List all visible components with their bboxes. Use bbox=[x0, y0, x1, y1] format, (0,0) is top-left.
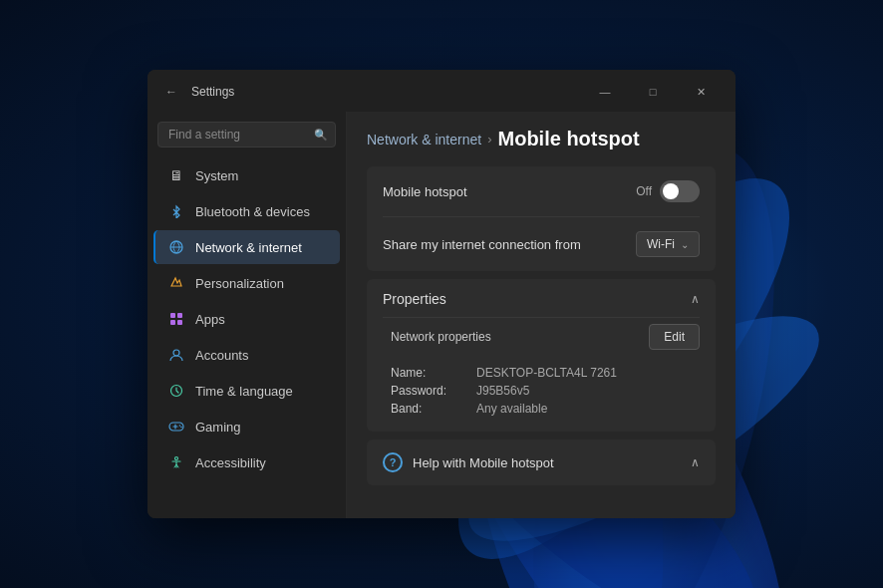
sidebar-item-gaming[interactable]: Gaming bbox=[153, 410, 340, 443]
sidebar-item-label: Gaming bbox=[195, 420, 241, 435]
help-left: ? Help with Mobile hotspot bbox=[383, 452, 554, 472]
table-row: Name: DESKTOP-BCLTA4L 7261 bbox=[391, 364, 692, 382]
window-body: 🔍 🖥 System Bluetooth & devices bbox=[147, 112, 736, 518]
window-controls: — □ ✕ bbox=[582, 78, 724, 106]
sidebar-item-personalization[interactable]: Personalization bbox=[153, 266, 340, 300]
hotspot-card: Mobile hotspot Off Share my internet con… bbox=[367, 166, 716, 271]
search-input[interactable] bbox=[157, 122, 336, 147]
svg-rect-8 bbox=[177, 313, 182, 318]
svg-rect-7 bbox=[170, 313, 175, 318]
sidebar-item-label: Accounts bbox=[195, 348, 248, 363]
sidebar-item-network[interactable]: Network & internet bbox=[153, 230, 340, 264]
system-icon: 🖥 bbox=[167, 166, 185, 184]
properties-card: Properties ∧ Network properties Edit Nam… bbox=[367, 279, 716, 432]
close-button[interactable]: ✕ bbox=[678, 78, 724, 106]
sidebar-item-label: Time & language bbox=[195, 384, 293, 399]
svg-point-11 bbox=[173, 350, 179, 356]
network-props-row: Network properties Edit bbox=[367, 318, 716, 360]
breadcrumb-separator: › bbox=[487, 132, 491, 147]
title-bar-left: ← Settings bbox=[159, 80, 234, 104]
svg-point-16 bbox=[175, 457, 178, 460]
sidebar-item-label: System bbox=[195, 168, 238, 183]
hotspot-toggle-container: Off bbox=[636, 180, 700, 202]
help-chevron[interactable]: ∧ bbox=[691, 455, 700, 469]
help-row: ? Help with Mobile hotspot ∧ bbox=[367, 440, 716, 485]
breadcrumb: Network & internet › Mobile hotspot bbox=[367, 128, 716, 150]
time-icon bbox=[167, 382, 185, 400]
back-button[interactable]: ← bbox=[159, 80, 183, 104]
properties-header: Properties ∧ bbox=[367, 279, 716, 317]
table-row: Band: Any available bbox=[391, 400, 692, 418]
network-icon bbox=[167, 238, 185, 256]
search-icon: 🔍 bbox=[314, 129, 328, 142]
sidebar: 🔍 🖥 System Bluetooth & devices bbox=[147, 112, 347, 518]
sidebar-item-label: Personalization bbox=[195, 276, 284, 291]
sidebar-item-label: Accessibility bbox=[195, 455, 266, 470]
title-bar: ← Settings — □ ✕ bbox=[147, 70, 736, 112]
hotspot-toggle-label: Off bbox=[636, 184, 652, 198]
prop-val-band: Any available bbox=[476, 402, 547, 416]
prop-key-name: Name: bbox=[391, 366, 460, 380]
sidebar-item-label: Network & internet bbox=[195, 240, 302, 255]
dropdown-value: Wi-Fi bbox=[647, 237, 675, 251]
hotspot-row: Mobile hotspot Off bbox=[367, 166, 716, 216]
share-row: Share my internet connection from Wi-Fi … bbox=[367, 217, 716, 271]
prop-val-password: J95B56v5 bbox=[476, 384, 529, 398]
help-label: Help with Mobile hotspot bbox=[413, 455, 554, 470]
sidebar-item-label: Apps bbox=[195, 312, 225, 327]
sidebar-item-bluetooth[interactable]: Bluetooth & devices bbox=[153, 194, 340, 228]
help-icon: ? bbox=[383, 452, 403, 472]
svg-point-14 bbox=[179, 425, 181, 427]
prop-table: Name: DESKTOP-BCLTA4L 7261 Password: J95… bbox=[367, 360, 716, 432]
sidebar-item-accessibility[interactable]: Accessibility bbox=[153, 445, 340, 479]
svg-rect-9 bbox=[170, 320, 175, 325]
svg-point-15 bbox=[180, 427, 182, 429]
prop-key-band: Band: bbox=[391, 402, 460, 416]
share-label: Share my internet connection from bbox=[383, 237, 581, 252]
window-title: Settings bbox=[191, 85, 234, 99]
toggle-slider bbox=[660, 180, 700, 202]
bluetooth-icon bbox=[167, 202, 185, 220]
network-props-label: Network properties bbox=[391, 330, 491, 344]
accessibility-icon bbox=[167, 453, 185, 471]
table-row: Password: J95B56v5 bbox=[391, 382, 692, 400]
gaming-icon bbox=[167, 418, 185, 436]
personalization-icon bbox=[167, 274, 185, 292]
prop-val-name: DESKTOP-BCLTA4L 7261 bbox=[476, 366, 617, 380]
hotspot-label: Mobile hotspot bbox=[383, 184, 467, 199]
search-box: 🔍 bbox=[157, 122, 336, 147]
breadcrumb-parent[interactable]: Network & internet bbox=[367, 132, 481, 147]
sidebar-item-time[interactable]: Time & language bbox=[153, 374, 340, 408]
main-content: Network & internet › Mobile hotspot Mobi… bbox=[347, 112, 736, 518]
chevron-down-icon: ⌄ bbox=[681, 239, 689, 250]
accounts-icon bbox=[167, 346, 185, 364]
sidebar-item-apps[interactable]: Apps bbox=[153, 302, 340, 336]
sidebar-item-accounts[interactable]: Accounts bbox=[153, 338, 340, 372]
minimize-button[interactable]: — bbox=[582, 78, 628, 106]
prop-key-password: Password: bbox=[391, 384, 460, 398]
hotspot-toggle[interactable] bbox=[660, 180, 700, 202]
properties-chevron[interactable]: ∧ bbox=[691, 292, 700, 306]
properties-title: Properties bbox=[383, 291, 446, 307]
svg-rect-10 bbox=[177, 320, 182, 325]
apps-icon bbox=[167, 310, 185, 328]
maximize-button[interactable]: □ bbox=[630, 78, 676, 106]
sidebar-item-label: Bluetooth & devices bbox=[195, 204, 310, 219]
edit-button[interactable]: Edit bbox=[649, 324, 700, 350]
help-card: ? Help with Mobile hotspot ∧ bbox=[367, 440, 716, 485]
settings-window: ← Settings — □ ✕ 🔍 🖥 System bbox=[147, 70, 736, 518]
breadcrumb-current: Mobile hotspot bbox=[498, 128, 640, 150]
sidebar-item-system[interactable]: 🖥 System bbox=[153, 158, 340, 192]
wifi-dropdown[interactable]: Wi-Fi ⌄ bbox=[636, 231, 700, 257]
